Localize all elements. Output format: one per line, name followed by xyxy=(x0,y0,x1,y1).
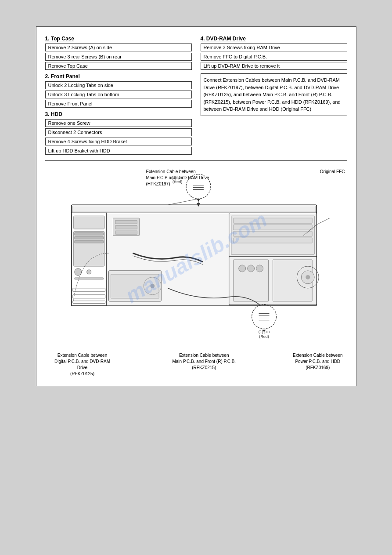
left-column: 1. Top Case Remove 2 Screws (A) on side … xyxy=(45,36,192,156)
front-panel-step-2: Unlock 3 Locking Tabs on bottom xyxy=(45,91,192,98)
diagram-section: manualslib.com xyxy=(45,160,347,377)
svg-rect-14 xyxy=(72,301,105,304)
diagram-wrapper: manualslib.com xyxy=(45,165,347,350)
svg-rect-4 xyxy=(73,216,104,229)
top-case-title: 1. Top Case xyxy=(45,36,192,42)
right-column: 4. DVD-RAM Drive Remove 3 Screws fixing … xyxy=(201,36,347,156)
svg-rect-6 xyxy=(74,232,103,235)
diagram-svg: (1) pin (Red) (1) pin (Red) xyxy=(45,165,347,350)
svg-text:(Red): (Red) xyxy=(259,334,269,339)
svg-rect-8 xyxy=(74,240,103,243)
label-digital-dvd: Extension Cable between Digital P.C.B. a… xyxy=(50,352,115,377)
svg-line-53 xyxy=(316,218,330,225)
svg-marker-60 xyxy=(196,199,200,201)
hdd-step-2: Disconnect 2 Connectors xyxy=(45,128,192,136)
svg-point-10 xyxy=(86,270,91,274)
dvd-ram-step-2: Remove FFC to Digital P.C.B. xyxy=(201,53,347,61)
dvd-ram-title: 4. DVD-RAM Drive xyxy=(201,36,347,42)
page-container: 1. Top Case Remove 2 Screws (A) on side … xyxy=(36,26,356,386)
front-panel-step-1: Unlock 2 Locking Tabs on side xyxy=(45,81,192,89)
svg-point-35 xyxy=(256,265,263,272)
dvd-ram-step-1: Remove 3 Screws fixing RAM Drive xyxy=(201,44,347,51)
label-main-front: Extension Cable between Main P.C.B. and … xyxy=(172,352,236,377)
label-extension-main-dvd: Extension Cable between Main P.C.B.and D… xyxy=(146,169,209,187)
label-power-hdd: Extension Cable between Power P.C.B. and… xyxy=(293,352,342,377)
svg-point-23 xyxy=(150,284,155,288)
svg-rect-7 xyxy=(74,236,103,239)
front-panel-step-3: Remove Front Panel xyxy=(45,100,192,108)
label-original-ffc: Original FFC xyxy=(320,169,345,175)
hdd-step-4: Lift up HDD Braket with HDD xyxy=(45,147,192,155)
svg-rect-12 xyxy=(72,288,105,292)
hdd-title: 3. HDD xyxy=(45,111,192,117)
svg-rect-2 xyxy=(72,206,315,212)
svg-point-46 xyxy=(252,305,276,329)
hdd-step-3: Remove 4 Screws fixing HDD Braket xyxy=(45,138,192,145)
dvd-ram-step-3: Lift up DVD-RAM Drive to remove it xyxy=(201,62,347,70)
svg-point-33 xyxy=(238,265,245,272)
svg-point-38 xyxy=(306,275,310,279)
top-case-step-2: Remove 3 rear Screws (B) on rear xyxy=(45,53,192,61)
top-case-step-3: Remove Top Case xyxy=(45,62,192,70)
hdd-step-1: Remove one Screw xyxy=(45,119,192,127)
svg-point-34 xyxy=(247,265,254,272)
top-case-step-1: Remove 2 Screws (A) on side xyxy=(45,44,192,51)
dvd-ram-description: Connect Extension Cables between Main P.… xyxy=(201,73,347,116)
svg-rect-19 xyxy=(115,231,137,234)
svg-rect-13 xyxy=(72,295,105,298)
svg-rect-29 xyxy=(233,238,312,243)
svg-rect-17 xyxy=(115,220,137,224)
svg-rect-27 xyxy=(233,225,312,230)
svg-rect-26 xyxy=(233,218,312,223)
svg-rect-28 xyxy=(233,231,312,236)
top-section: 1. Top Case Remove 2 Screws (A) on side … xyxy=(45,36,347,156)
bottom-labels-row: Extension Cable between Digital P.C.B. a… xyxy=(45,352,347,377)
front-panel-title: 2. Front Panel xyxy=(45,73,192,80)
svg-rect-18 xyxy=(115,225,137,229)
